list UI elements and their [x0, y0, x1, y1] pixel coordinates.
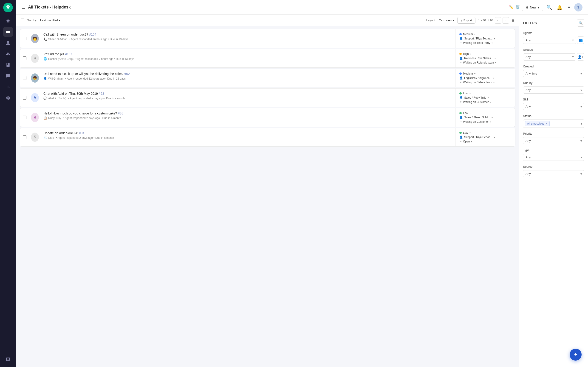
contact-name: Ruby Tully [48, 117, 61, 120]
team-label: Support / Riya Sebas... [464, 37, 493, 40]
status-row[interactable]: ↗ Waiting on Customer ▾ [459, 100, 511, 104]
ticket-checkbox[interactable] [23, 76, 26, 80]
contact-name: Will Graham [48, 77, 63, 80]
team-row[interactable]: 👤 Sales / Ruby Tully ▾ [459, 96, 511, 99]
priority-label: Medium [463, 33, 473, 36]
sidebar-item-knowledge[interactable] [3, 60, 13, 70]
status-row[interactable]: ↗ Waiting on Refunds team ▾ [459, 61, 511, 64]
team-row[interactable]: 👤 Logisitics / Abigail.br... ▾ [459, 76, 511, 80]
team-icon: 👤 [459, 135, 463, 139]
priority-row[interactable]: High ▾ [459, 52, 511, 56]
ticket-number: #38 [118, 111, 123, 115]
next-page-button[interactable]: › [502, 17, 509, 24]
ticket-list-area: Sort by: Last modified ▾ Layout: Card vi… [16, 15, 519, 367]
status-chevron: ▾ [490, 101, 491, 103]
ticket-checkbox[interactable] [23, 96, 26, 100]
skill-select[interactable]: Any [523, 103, 584, 110]
status-row[interactable]: ↗ Open ▾ [459, 140, 511, 143]
new-button[interactable]: ⊕ New ▾ [522, 4, 543, 11]
ticket-card[interactable]: 👦 Do i need to pick it up or will you be… [20, 69, 515, 87]
agents-row: Any 👥 [523, 36, 584, 44]
user-avatar[interactable]: S [574, 3, 582, 11]
status-tag-remove[interactable]: × [545, 122, 547, 125]
priority-dot [459, 112, 462, 114]
priority-chevron: ▾ [474, 73, 476, 75]
team-row[interactable]: 👤 Support / Riya Sebas... ▾ [459, 135, 511, 139]
priority-chevron: ▾ [469, 92, 471, 95]
status-row[interactable]: ↗ Waiting on Third Party ▾ [459, 41, 511, 44]
sidebar-item-org[interactable] [3, 49, 13, 59]
trash-icon[interactable]: 🗑️ [515, 5, 520, 9]
ticket-meta-detail: • Agent responded 7 hours ago • Due in 1… [75, 57, 134, 60]
status-dropdown-chevron[interactable]: ▾ [581, 122, 582, 125]
ticket-checkbox-wrap [20, 29, 29, 48]
contact-icon: 💬 [43, 97, 47, 100]
ticket-card[interactable]: 🧑 Call with Sheen on order #uc37 #104 📞 … [20, 29, 515, 48]
ticket-checkbox[interactable] [23, 116, 26, 119]
due-by-select[interactable]: Any [523, 86, 584, 94]
created-select[interactable]: Any time [523, 70, 584, 77]
sidebar-item-conversations[interactable] [3, 71, 13, 81]
ticket-title: Refund me pls #157 [43, 52, 453, 56]
prev-page-button[interactable]: ‹ [495, 17, 501, 24]
help-button[interactable]: ✦ [570, 349, 582, 361]
status-label: Waiting on Customer [463, 120, 489, 123]
sidebar-item-chat[interactable] [3, 355, 13, 364]
status-label: Waiting on Sellers team [463, 81, 492, 84]
sidebar-item-analytics[interactable] [3, 82, 13, 92]
priority-row[interactable]: Low ▾ [459, 92, 511, 95]
status-row[interactable]: ↗ Waiting on Customer ▾ [459, 120, 511, 123]
ticket-checkbox-wrap [20, 49, 29, 67]
sidebar-item-settings[interactable] [3, 93, 13, 103]
ticket-card[interactable]: R Hello! How much do you charge for a cu… [20, 108, 515, 127]
sidebar-item-tickets[interactable] [3, 27, 13, 37]
filter-search-button[interactable]: 🔍 [577, 19, 584, 27]
ai-button[interactable]: ✦ [566, 3, 572, 11]
team-row[interactable]: 👤 Sales / Sheen S Ad... ▾ [459, 116, 511, 119]
team-row[interactable]: 👤 Refunds / Riya Sebas... ▾ [459, 57, 511, 60]
ticket-right: Medium ▾ 👤 Support / Riya Sebas... ▾ ↗ W… [456, 29, 515, 48]
edit-icon[interactable]: ✏️ [509, 5, 514, 9]
ticket-checkbox[interactable] [23, 56, 26, 60]
search-button[interactable]: 🔍 [545, 3, 553, 11]
ticket-checkbox[interactable] [23, 37, 26, 40]
menu-icon[interactable]: ☰ [22, 5, 25, 10]
priority-row[interactable]: Low ▾ [459, 111, 511, 115]
ticket-card[interactable]: A Chat with Abid on Thu, 30th May 2019 #… [20, 88, 515, 107]
source-select[interactable]: Any [523, 170, 584, 177]
priority-label: Priority [523, 132, 584, 135]
contact-name: Abid K [48, 97, 56, 100]
ticket-card[interactable]: S Update on order #uc928 #94 ✉️ Sara • A… [20, 128, 515, 147]
status-row[interactable]: ↗ Waiting on Sellers team ▾ [459, 81, 511, 84]
sidebar-item-home[interactable] [3, 16, 13, 26]
sort-button[interactable]: Last modified ▾ [40, 19, 61, 22]
sidebar-item-contacts[interactable] [3, 38, 13, 48]
team-row[interactable]: 👤 Support / Riya Sebas... ▾ [459, 37, 511, 40]
ticket-meta: 👤 Will Graham • Agent responded 12 hours… [43, 77, 453, 80]
ticket-meta: 🌐 Rachel (Acme Corp) • Agent responded 7… [43, 57, 453, 60]
priority-row[interactable]: Low ▾ [459, 131, 511, 134]
ticket-checkbox-wrap [20, 108, 29, 127]
priority-chevron: ▾ [469, 112, 471, 115]
priority-select[interactable]: Any [523, 137, 584, 144]
agents-select[interactable]: Any [523, 37, 576, 44]
groups-assign-icon[interactable]: 👤+ [577, 53, 584, 60]
priority-row[interactable]: Medium ▾ [459, 33, 511, 36]
layout-button[interactable]: Card view ▾ [439, 19, 455, 22]
contact-icon: 👤 [43, 77, 47, 80]
groups-select[interactable]: Any [523, 53, 576, 60]
bell-button[interactable]: 🔔 [555, 3, 564, 11]
select-all-checkbox[interactable] [21, 19, 24, 22]
priority-dot [459, 132, 462, 134]
type-select[interactable]: Any [523, 154, 584, 161]
ticket-checkbox[interactable] [23, 135, 26, 139]
source-label: Source [523, 165, 584, 168]
app-logo[interactable] [3, 3, 13, 12]
export-button[interactable]: ↑ Export [457, 17, 476, 24]
agents-assign-icon[interactable]: 👥 [577, 36, 584, 44]
tickets-container: 🧑 Call with Sheen on order #uc37 #104 📞 … [16, 26, 519, 149]
priority-row[interactable]: Medium ▾ [459, 72, 511, 75]
grid-view-icon[interactable]: ⊞ [512, 19, 515, 22]
team-icon: 👤 [459, 37, 463, 40]
ticket-card[interactable]: R Refund me pls #157 🌐 Rachel (Acme Corp… [20, 49, 515, 68]
